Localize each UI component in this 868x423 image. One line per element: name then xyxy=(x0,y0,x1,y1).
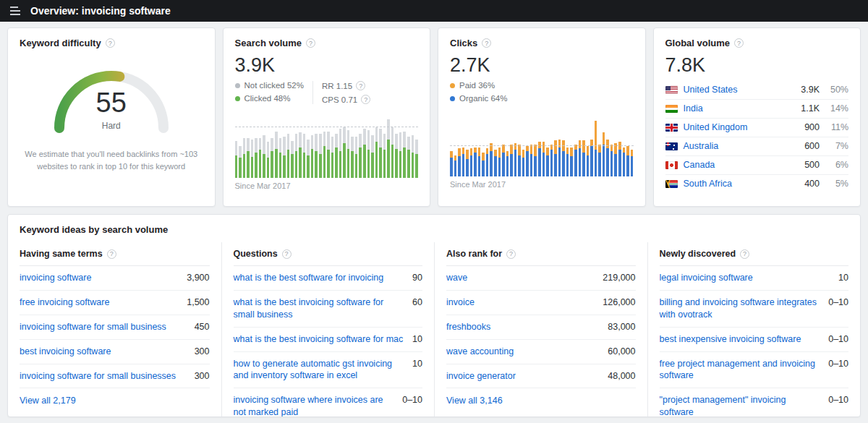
help-icon[interactable]: ? xyxy=(306,38,315,48)
keyword-volume: 10 xyxy=(838,272,848,283)
keyword-row: free project management and invoicing so… xyxy=(660,352,849,389)
keyword-volume: 0–10 xyxy=(828,358,848,369)
clicks-value: 2.7K xyxy=(450,54,634,77)
since-label: Since Mar 2017 xyxy=(235,181,419,190)
help-icon[interactable]: ? xyxy=(106,38,115,48)
since-label: Since Mar 2017 xyxy=(450,180,634,189)
keyword-link[interactable]: billing and invoicing software integrate… xyxy=(660,296,822,321)
keyword-row: "project management" invoicing software … xyxy=(660,388,849,417)
keyword-volume: 48,000 xyxy=(608,370,635,381)
search-volume-chart xyxy=(235,111,419,178)
keyword-link[interactable]: wave accounting xyxy=(446,346,514,358)
legend-not-clicked: Not clicked 52% xyxy=(235,81,304,90)
keyword-link[interactable]: invoicing software for small businesses xyxy=(20,370,176,383)
difficulty-score: 55 xyxy=(48,87,175,119)
keyword-row: invoice 126,000 xyxy=(446,291,636,315)
keyword-row: free invoicing software 1,500 xyxy=(20,291,210,315)
country-link[interactable]: Australia xyxy=(684,141,719,151)
keyword-link[interactable]: invoice xyxy=(446,296,475,309)
keyword-volume: 60 xyxy=(412,296,422,307)
keyword-link[interactable]: invoicing software where invoices are no… xyxy=(234,394,396,417)
keyword-link[interactable]: invoicing software xyxy=(20,272,91,284)
page-title: Overview: invoicing software xyxy=(30,5,171,17)
country-list: United States 3.9K 50% India 1.1K 14% Un… xyxy=(665,81,849,193)
keyword-difficulty-card: Keyword difficulty ? 5 xyxy=(7,27,216,207)
keyword-link[interactable]: best inexpensive invoicing software xyxy=(660,333,801,346)
search-volume-value: 3.9K xyxy=(235,54,419,77)
keyword-link[interactable]: invoice generator xyxy=(446,370,516,383)
keyword-link[interactable]: how to generate automatic gst invoicing … xyxy=(234,358,406,383)
clicks-card: Clicks ? 2.7K Paid 36% Organic 64% Since xyxy=(438,27,646,207)
card-title: Search volume xyxy=(235,38,302,48)
country-link[interactable]: South Africa xyxy=(684,179,732,189)
keyword-volume: 300 xyxy=(195,346,210,356)
keyword-row: what is the best software for invoicing … xyxy=(234,266,423,291)
keyword-row: invoicing software for small businesses … xyxy=(20,364,210,389)
help-icon[interactable]: ? xyxy=(107,249,116,259)
south-africa-flag-icon xyxy=(665,180,678,188)
keyword-link[interactable]: wave xyxy=(446,272,467,284)
difficulty-note: We estimate that you'll need backlinks f… xyxy=(20,148,203,172)
help-icon[interactable]: ? xyxy=(506,249,516,259)
keyword-volume: 0–10 xyxy=(828,394,848,405)
country-link[interactable]: United Kingdom xyxy=(684,122,748,132)
country-link[interactable]: India xyxy=(684,103,703,114)
keyword-link[interactable]: freshbooks xyxy=(446,321,490,333)
keyword-volume: 3,900 xyxy=(187,272,209,283)
country-row: India 1.1K 14% xyxy=(665,100,849,119)
keyword-link[interactable]: legal invoicing software xyxy=(660,272,753,284)
help-icon[interactable]: ? xyxy=(356,81,365,90)
keyword-volume: 10 xyxy=(412,333,422,344)
view-all-link[interactable]: View all 2,179 xyxy=(20,396,76,406)
keyword-volume: 450 xyxy=(195,321,210,332)
view-all-link[interactable]: View all 3,146 xyxy=(446,396,503,406)
keyword-link[interactable]: free project management and invoicing so… xyxy=(660,358,822,383)
keyword-row: wave 219,000 xyxy=(446,266,636,291)
keyword-row: what is the best invoicing software for … xyxy=(234,291,423,328)
keyword-volume: 1,500 xyxy=(187,296,209,307)
global-volume-card: Global volume ? 7.8K United States 3.9K … xyxy=(653,27,861,207)
clicks-per-search: CPS 0.71 ? xyxy=(322,95,370,104)
dashboard: Keyword difficulty ? 5 xyxy=(0,22,868,423)
keyword-link[interactable]: best invoicing software xyxy=(20,346,111,358)
menu-icon[interactable] xyxy=(10,7,20,15)
paid-dot-icon xyxy=(450,83,455,88)
keyword-row: invoicing software 3,900 xyxy=(20,266,210,291)
help-icon[interactable]: ? xyxy=(482,38,491,48)
keyword-row: best invoicing software 300 xyxy=(20,340,210,364)
keyword-row: wave accounting 60,000 xyxy=(446,340,636,364)
keyword-row: how to generate automatic gst invoicing … xyxy=(234,352,423,389)
keyword-ideas-title: Keyword ideas by search volume xyxy=(8,215,860,242)
help-icon[interactable]: ? xyxy=(361,95,370,104)
column-title: Also rank for xyxy=(446,249,502,259)
keyword-link[interactable]: what is the best invoicing software for … xyxy=(234,333,404,346)
keyword-link[interactable]: what is the best software for invoicing xyxy=(234,272,384,284)
country-row: United States 3.9K 50% xyxy=(665,81,849,100)
keyword-volume: 300 xyxy=(195,370,210,381)
card-title: Clicks xyxy=(450,38,477,48)
keyword-link[interactable]: invoicing software for small business xyxy=(20,321,166,333)
card-title: Global volume xyxy=(665,38,731,48)
column-title: Questions xyxy=(234,249,278,259)
country-link[interactable]: United States xyxy=(684,85,738,95)
help-icon[interactable]: ? xyxy=(282,249,292,259)
keyword-row: invoicing software for small business 45… xyxy=(20,315,210,340)
india-flag-icon xyxy=(665,105,678,113)
legend-organic: Organic 64% xyxy=(450,94,507,103)
keyword-volume: 10 xyxy=(412,358,422,369)
keyword-link[interactable]: "project management" invoicing software xyxy=(660,394,822,417)
help-icon[interactable]: ? xyxy=(740,249,749,259)
keyword-link[interactable]: what is the best invoicing software for … xyxy=(234,296,406,321)
metric-cards-row: Keyword difficulty ? 5 xyxy=(7,27,861,207)
country-link[interactable]: Canada xyxy=(684,160,715,170)
keyword-volume: 60,000 xyxy=(608,346,635,356)
keyword-link[interactable]: free invoicing software xyxy=(20,296,109,309)
difficulty-label: Hard xyxy=(48,121,175,131)
canada-flag-icon xyxy=(665,161,678,169)
global-volume-value: 7.8K xyxy=(665,54,849,77)
column-questions: Questions ? what is the best software fo… xyxy=(221,242,435,417)
help-icon[interactable]: ? xyxy=(734,38,744,48)
card-title: Keyword difficulty xyxy=(20,38,101,48)
country-row: Canada 500 6% xyxy=(665,156,849,175)
keyword-row: invoice generator 48,000 xyxy=(446,364,636,389)
